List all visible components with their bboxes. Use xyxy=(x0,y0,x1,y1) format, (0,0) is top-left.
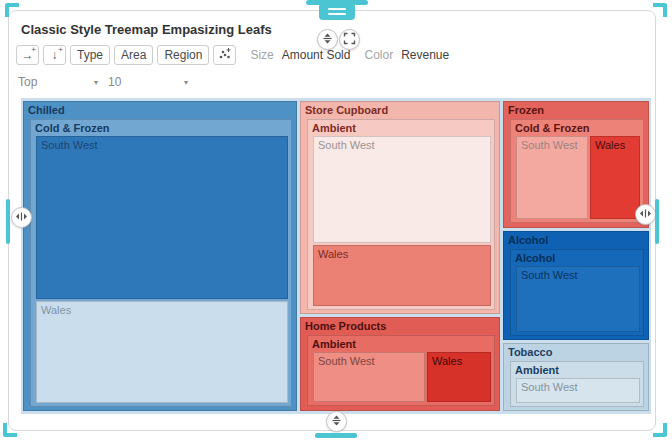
chevron-down-icon: ▾ xyxy=(94,78,98,87)
size-label: Size xyxy=(250,48,273,62)
treemap-node-label: Wales xyxy=(314,246,490,261)
breadcrumb-type-button[interactable]: Type xyxy=(70,45,110,65)
fit-vertical-button[interactable] xyxy=(317,29,338,50)
treemap-node-wales[interactable]: Wales xyxy=(590,136,640,219)
treemap-node-label: Cold & Frozen xyxy=(31,120,291,135)
add-level-button[interactable] xyxy=(213,45,236,65)
color-label: Color xyxy=(364,48,393,62)
treemap-node-label: Wales xyxy=(591,137,639,152)
selection-edge-bottom[interactable] xyxy=(315,433,357,438)
treemap-node-label: South West xyxy=(517,379,639,394)
treemap-node-alcohol[interactable]: AlcoholSouth West xyxy=(510,249,644,336)
count-dropdown[interactable]: 10 ▾ xyxy=(108,72,188,92)
treemap-node-store-cupboard[interactable]: Store CupboardAmbientSouth WestWales xyxy=(300,101,500,314)
selection-corner-bottom-left[interactable] xyxy=(3,423,17,437)
treemap-node-ambient[interactable]: AmbientSouth WestWales xyxy=(307,119,495,310)
treemap-node-label: Store Cupboard xyxy=(301,102,499,117)
plus-icon: + xyxy=(31,46,36,54)
resize-left-button[interactable] xyxy=(11,207,32,228)
treemap-node-south-west[interactable]: South West xyxy=(516,378,640,403)
top-bottom-value: Top xyxy=(18,75,37,89)
color-value[interactable]: Revenue xyxy=(401,48,449,62)
treemap-node-label: Tobacco xyxy=(504,344,648,359)
treemap-node-label: Frozen xyxy=(504,102,648,117)
maximize-icon xyxy=(343,31,356,49)
page-title: Classic Style Treemap Empasizing Leafs xyxy=(21,22,272,37)
canvas: Classic Style Treemap Empasizing Leafs →… xyxy=(0,0,672,442)
grip-line xyxy=(328,8,346,10)
count-value: 10 xyxy=(108,75,121,89)
treemap-node-south-west[interactable]: South West xyxy=(36,136,288,299)
selection-corner-top-right[interactable] xyxy=(653,3,667,17)
treemap-node-label: South West xyxy=(314,137,490,152)
grip-line xyxy=(328,13,346,15)
treemap-node-label: Alcohol xyxy=(504,232,648,247)
expand-rows-button[interactable]: ↓ + xyxy=(43,45,66,65)
treemap-node-ambient[interactable]: AmbientSouth WestWales xyxy=(307,335,495,406)
treemap-node-chilled[interactable]: ChilledCold & FrozenSouth WestWales xyxy=(23,101,297,411)
treemap-node-label: Ambient xyxy=(308,336,494,351)
treemap-node-label: South West xyxy=(517,267,639,282)
treemap-node-south-west[interactable]: South West xyxy=(313,352,425,402)
fit-vertical-icon xyxy=(321,31,334,49)
treemap-node-ambient[interactable]: AmbientSouth West xyxy=(510,361,644,407)
selection-edge-left[interactable] xyxy=(6,199,10,244)
resize-bottom-button[interactable] xyxy=(326,411,347,432)
treemap-node-south-west[interactable]: South West xyxy=(313,136,491,243)
treemap-node-label: Ambient xyxy=(308,120,494,135)
size-value[interactable]: Amount Sold xyxy=(282,48,351,62)
selection-corner-bottom-right[interactable] xyxy=(653,423,667,437)
treemap-node-label: Alcohol xyxy=(511,250,643,265)
treemap-node-label: Chilled xyxy=(24,102,296,117)
maximize-button[interactable] xyxy=(339,29,360,50)
scatter-plus-icon xyxy=(218,47,232,63)
expand-columns-button[interactable]: → + xyxy=(16,45,39,65)
treemap-node-cold-frozen[interactable]: Cold & FrozenSouth WestWales xyxy=(30,119,292,407)
treemap-chart[interactable]: ChilledCold & FrozenSouth WestWalesStore… xyxy=(21,98,651,414)
treemap-node-tobacco[interactable]: TobaccoAmbientSouth West xyxy=(503,343,649,411)
resize-right-button[interactable] xyxy=(635,204,656,225)
top-bottom-dropdown[interactable]: Top ▾ xyxy=(18,72,98,92)
treemap-node-label: Ambient xyxy=(511,362,643,377)
breadcrumb-area-button[interactable]: Area xyxy=(114,45,153,65)
treemap-node-frozen[interactable]: FrozenCold & FrozenSouth WestWales xyxy=(503,101,649,228)
v-resize-icon xyxy=(330,413,343,431)
h-resize-icon xyxy=(15,209,28,227)
treemap-toolbar: → + ↓ + Type Area Region Size Amount Sol… xyxy=(16,45,449,65)
widget-card: Classic Style Treemap Empasizing Leafs →… xyxy=(8,10,656,431)
treemap-node-label: South West xyxy=(517,137,587,152)
arrow-down-icon: ↓ xyxy=(52,49,58,61)
treemap-node-label: Cold & Frozen xyxy=(511,120,643,135)
treemap-node-label: Home Products xyxy=(301,318,499,333)
treemap-node-label: Wales xyxy=(37,302,287,317)
breadcrumb-region-button[interactable]: Region xyxy=(157,45,209,65)
filter-row: Top ▾ 10 ▾ xyxy=(18,72,188,92)
treemap-node-south-west[interactable]: South West xyxy=(516,266,640,332)
selection-edge-right[interactable] xyxy=(655,199,659,244)
treemap-node-cold-frozen[interactable]: Cold & FrozenSouth WestWales xyxy=(510,119,644,223)
treemap-node-south-west[interactable]: South West xyxy=(516,136,588,219)
treemap-node-wales[interactable]: Wales xyxy=(313,245,491,306)
move-handle[interactable] xyxy=(319,3,355,20)
treemap-node-wales[interactable]: Wales xyxy=(427,352,491,402)
treemap-node-label: Wales xyxy=(428,353,490,368)
h-resize-icon xyxy=(639,206,652,224)
treemap-node-label: South West xyxy=(37,137,287,152)
treemap-node-alcohol[interactable]: AlcoholAlcoholSouth West xyxy=(503,231,649,340)
treemap-node-label: South West xyxy=(314,353,424,368)
chevron-down-icon: ▾ xyxy=(184,78,188,87)
plus-icon: + xyxy=(58,46,63,54)
treemap-node-home-products[interactable]: Home ProductsAmbientSouth WestWales xyxy=(300,317,500,411)
selection-corner-top-left[interactable] xyxy=(5,3,19,17)
treemap-node-wales[interactable]: Wales xyxy=(36,301,288,403)
